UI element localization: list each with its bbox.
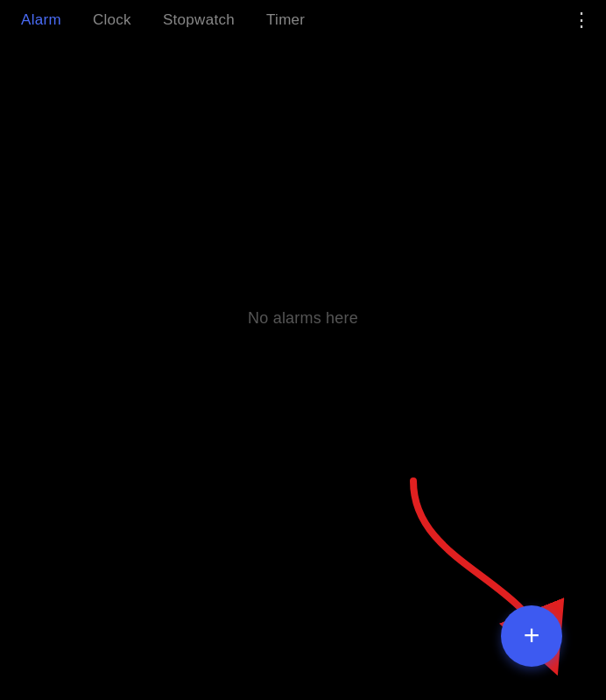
empty-state-message: No alarms here — [248, 308, 358, 327]
nav-bar: Alarm Clock Stopwatch Timer ⋮ — [0, 0, 606, 40]
tab-stopwatch[interactable]: Stopwatch — [147, 0, 250, 40]
plus-icon: + — [524, 621, 540, 649]
tab-timer[interactable]: Timer — [250, 0, 321, 40]
add-alarm-button[interactable]: + — [501, 605, 562, 667]
main-content: No alarms here + — [0, 40, 606, 700]
nav-tabs: Alarm Clock Stopwatch Timer — [9, 0, 566, 40]
more-menu-icon[interactable]: ⋮ — [566, 4, 597, 36]
tab-clock[interactable]: Clock — [77, 0, 147, 40]
arrow-indicator — [361, 455, 606, 682]
tab-alarm[interactable]: Alarm — [9, 0, 77, 40]
